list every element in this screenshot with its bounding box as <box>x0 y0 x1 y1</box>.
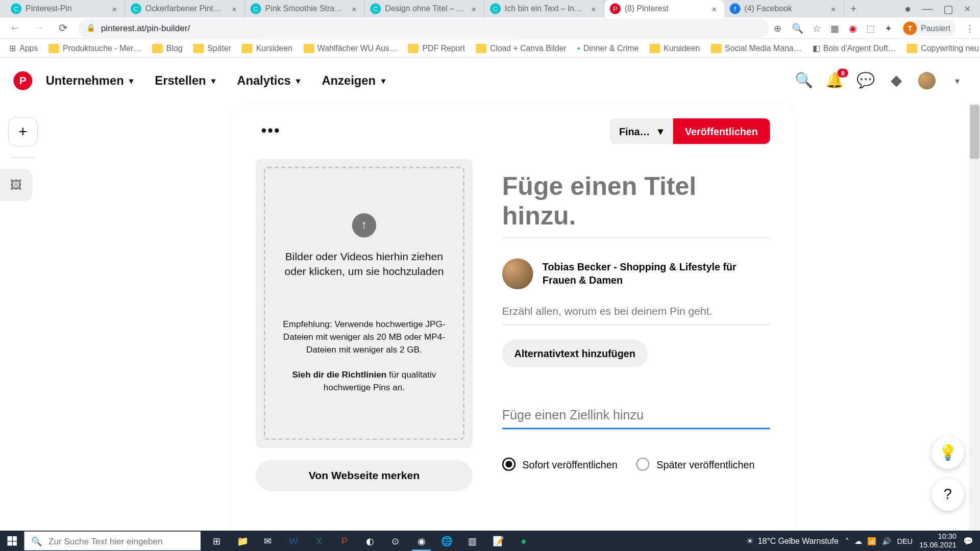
weather-widget[interactable]: ☀18°C Gelbe Warnstufe <box>746 536 838 545</box>
word-icon[interactable]: W <box>281 531 305 551</box>
chrome-icon[interactable]: ◉ <box>409 531 433 551</box>
tab-close-icon[interactable]: × <box>589 4 598 13</box>
nav-unternehmen[interactable]: Unternehmen▾ <box>38 68 141 93</box>
tab-close-icon[interactable]: × <box>230 4 239 13</box>
vertical-scrollbar[interactable] <box>969 104 980 551</box>
bookmark-folder[interactable]: Produktsuche - Mer… <box>45 42 145 54</box>
close-window-icon[interactable]: × <box>964 3 970 15</box>
browser-tab[interactable]: CIch bin ein Text – Instagram-Beit× <box>484 0 604 17</box>
clock[interactable]: 10:30 15.06.2021 <box>919 533 957 549</box>
back-button[interactable]: ← <box>6 18 24 37</box>
nav-anzeigen[interactable]: Anzeigen▾ <box>314 68 394 93</box>
reload-button[interactable]: ⟳ <box>54 18 72 37</box>
bookmark-folder[interactable]: Blog <box>148 42 186 54</box>
more-options-icon[interactable]: ••• <box>256 117 286 145</box>
wifi-icon[interactable]: 📶 <box>867 537 876 545</box>
rules-link[interactable]: Sieh dir die Richtlinien <box>292 369 386 380</box>
browser-tab-active[interactable]: P(8) Pinterest× <box>604 0 724 17</box>
browser-tab[interactable]: f(4) Facebook× <box>724 0 844 17</box>
taskbar-search[interactable]: 🔍Zur Suche Text hier eingeben <box>24 532 200 550</box>
add-pin-button[interactable]: + <box>8 117 38 146</box>
pinterest-ext-icon[interactable]: ◉ <box>849 22 857 33</box>
notification-center-icon[interactable]: 💬 <box>963 536 973 545</box>
radio-publish-now[interactable]: Sofort veröffentlichen <box>502 458 618 471</box>
save-from-web-button[interactable]: Von Webseite merken <box>256 460 473 491</box>
excel-icon[interactable]: X <box>307 531 331 551</box>
menu-dots-icon[interactable]: ⋮ <box>965 22 974 33</box>
tab-close-icon[interactable]: × <box>349 4 358 13</box>
new-tab-button[interactable]: + <box>844 0 863 17</box>
app-icon[interactable]: ▥ <box>460 531 484 551</box>
radio-publish-later[interactable]: Später veröffentlichen <box>636 458 755 471</box>
updates-icon[interactable]: ◆ <box>887 71 906 90</box>
board-selector[interactable]: Fina… ▾ <box>609 118 673 144</box>
upload-dropzone[interactable]: ↑ Bilder oder Videos hierhin ziehen oder… <box>256 159 473 448</box>
obs-icon[interactable]: ⊙ <box>384 531 408 551</box>
ideas-button[interactable]: 💡 <box>932 437 964 469</box>
extensions-menu-icon[interactable]: ✦ <box>885 22 893 33</box>
draft-thumbnail[interactable]: 🖼 <box>0 169 32 201</box>
destination-link-input[interactable] <box>502 408 770 430</box>
profile-chip[interactable]: T Pausiert <box>902 20 956 36</box>
start-button[interactable] <box>0 531 24 551</box>
install-icon[interactable]: ⊕ <box>774 22 782 33</box>
spotify-icon[interactable]: ● <box>511 531 535 551</box>
nav-erstellen[interactable]: Erstellen▾ <box>146 68 223 93</box>
tab-close-icon[interactable]: × <box>110 4 119 13</box>
publish-button[interactable]: Veröffentlichen <box>673 118 770 144</box>
bookmark-folder[interactable]: Später <box>189 42 235 54</box>
bookmark-folder[interactable]: PDF Report <box>404 42 469 54</box>
minimize-icon[interactable]: — <box>922 3 933 15</box>
bookmark-item[interactable]: ▪Dinner & Crime <box>573 42 643 54</box>
help-button[interactable]: ? <box>932 479 964 511</box>
apps-shortcut[interactable]: ⊞Apps <box>6 42 42 54</box>
search-icon[interactable]: 🔍 <box>794 71 813 90</box>
bookmark-item[interactable]: ◧Bois d'Argent Duft… <box>808 42 900 54</box>
notepad-icon[interactable]: 📝 <box>486 531 510 551</box>
maximize-icon[interactable]: ▢ <box>943 3 953 15</box>
author-avatar[interactable] <box>502 259 533 290</box>
browser-tab[interactable]: CPink Smoothie Strawberry Pinte× <box>245 0 365 17</box>
scrollbar-thumb[interactable] <box>970 105 979 159</box>
bookmark-star-icon[interactable]: ☆ <box>813 22 821 33</box>
profile-avatar: T <box>903 21 917 35</box>
bookmark-folder[interactable]: Kursideen <box>238 42 297 54</box>
onedrive-icon[interactable]: ☁ <box>854 537 862 545</box>
zoom-icon[interactable]: 🔍 <box>792 22 803 33</box>
description-input[interactable] <box>502 306 770 325</box>
browser-tab[interactable]: COckerfarbener Pinterest-Pin Rei× <box>125 0 245 17</box>
tab-close-icon[interactable]: × <box>828 4 838 13</box>
address-bar[interactable]: 🔒 pinterest.at/pin-builder/ <box>78 18 769 37</box>
nav-analytics[interactable]: Analytics▾ <box>229 68 308 93</box>
file-explorer-icon[interactable]: 📁 <box>230 531 254 551</box>
bookmark-folder[interactable]: Social Media Mana… <box>706 42 805 54</box>
language-indicator[interactable]: DEU <box>897 537 913 545</box>
pinterest-logo[interactable]: P <box>13 71 32 90</box>
qr-icon[interactable]: ▦ <box>830 22 839 33</box>
browser-tab[interactable]: CDesign ohne Titel – Pinterest Pin× <box>365 0 485 17</box>
alt-text-button[interactable]: Alternativtext hinzufügen <box>502 340 648 367</box>
edge-icon[interactable]: 🌐 <box>435 531 459 551</box>
volume-icon[interactable]: 🔊 <box>882 537 891 545</box>
forward-button[interactable]: → <box>30 18 48 37</box>
browser-tab[interactable]: CPinterest-Pin× <box>6 0 126 17</box>
user-avatar[interactable] <box>918 72 936 89</box>
author-row: Tobias Becker - Shopping & Lifestyle für… <box>502 259 770 290</box>
mail-icon[interactable]: ✉ <box>256 531 280 551</box>
task-view-icon[interactable]: ⊞ <box>205 531 229 551</box>
account-menu-chevron[interactable]: ▾ <box>948 71 967 90</box>
notifications-icon[interactable]: 🔔8 <box>825 71 844 90</box>
tray-chevron-icon[interactable]: ˄ <box>845 537 849 545</box>
tab-close-icon[interactable]: × <box>469 4 478 13</box>
extension-icon[interactable]: ⬚ <box>866 22 875 33</box>
powerpoint-icon[interactable]: P <box>332 531 356 551</box>
bookmark-folder[interactable]: Copywriting neu <box>903 42 980 54</box>
messages-icon[interactable]: 💬 <box>856 71 875 90</box>
title-input[interactable]: Füge einen Titel hinzu. <box>502 172 770 239</box>
bookmark-folder[interactable]: Cload + Canva Bilder <box>472 42 570 54</box>
account-icon[interactable]: ● <box>904 3 911 15</box>
app-icon[interactable]: ◐ <box>358 531 382 551</box>
bookmark-folder[interactable]: Wahlfächer WU Aus… <box>299 42 401 54</box>
tab-close-icon[interactable]: × <box>709 4 719 13</box>
bookmark-folder[interactable]: Kursideen <box>645 42 704 54</box>
